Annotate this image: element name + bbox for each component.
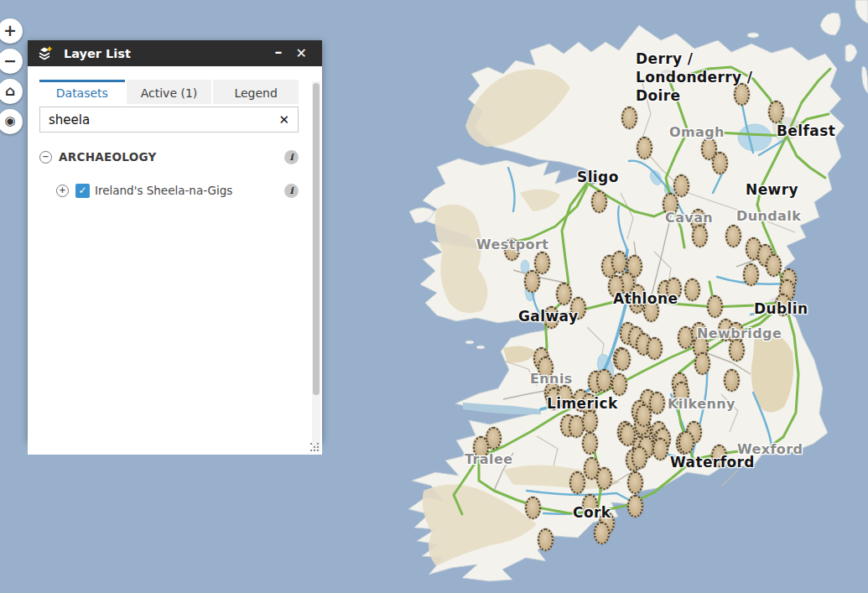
sheela-na-gig-marker[interactable] (615, 348, 631, 371)
sheela-na-gig-marker[interactable] (707, 295, 723, 318)
sheela-na-gig-marker[interactable] (525, 497, 541, 519)
sheela-na-gig-marker[interactable] (632, 446, 647, 469)
tab-active-1[interactable]: Active (1) (127, 80, 212, 104)
scrollbar-thumb[interactable] (313, 83, 320, 395)
sheela-na-gig-marker[interactable] (611, 251, 627, 273)
map-label-belfast: Belfast (777, 122, 835, 141)
layer-row-ireland-s-sheela-na-gigs: +✓Ireland's Sheela-na-Gigsi (39, 179, 299, 201)
map-label-newbridge: Newbridge (697, 325, 782, 342)
map-label-newry: Newry (746, 181, 798, 200)
map-label-galway: Galway (518, 308, 578, 326)
sheela-na-gig-marker[interactable] (647, 337, 663, 360)
sheela-na-gig-marker[interactable] (724, 369, 740, 392)
sheela-na-gig-marker[interactable] (768, 101, 784, 123)
group-row-archaeology: −ARCHAEOLOGYi (39, 146, 299, 168)
locate-icon: ◉ (4, 113, 15, 128)
map-label-kilkenny: Kilkenny (668, 396, 735, 413)
sheela-na-gig-marker[interactable] (694, 352, 710, 375)
map-label-omagh: Omagh (669, 124, 725, 141)
sheela-na-gig-marker[interactable] (652, 438, 668, 460)
map-label-ennis: Ennis (530, 371, 573, 388)
map-label-sligo: Sligo (577, 169, 619, 187)
info-icon[interactable]: i (284, 150, 299, 164)
sheela-na-gig-marker[interactable] (725, 225, 741, 247)
layer-label: Ireland's Sheela-na-Gigs (95, 184, 284, 197)
layer-list-panel: Layer List – ✕ DatasetsActive (1)Legend … (28, 40, 322, 441)
group-label: ARCHAEOLOGY (59, 150, 284, 164)
sheela-na-gig-marker[interactable] (620, 424, 636, 446)
sheela-na-gig-marker[interactable] (673, 174, 689, 197)
sheela-na-gig-marker[interactable] (596, 369, 612, 392)
tab-bar: DatasetsActive (1)Legend (39, 80, 299, 104)
sheela-na-gig-marker[interactable] (534, 252, 550, 274)
tab-datasets[interactable]: Datasets (39, 80, 125, 104)
sheela-na-gig-marker[interactable] (611, 373, 627, 396)
home-icon: ⌂ (5, 82, 15, 99)
search-input[interactable] (40, 112, 270, 127)
map-label-derry: Derry / Londonderry / Doire (636, 50, 752, 105)
sheela-na-gig-marker[interactable] (678, 431, 694, 454)
minimize-button[interactable]: – (268, 44, 289, 60)
clear-search-icon[interactable]: ✕ (270, 112, 298, 127)
search-box: ✕ (39, 107, 299, 133)
sheela-na-gig-marker[interactable] (627, 471, 643, 494)
sheela-na-gig-marker[interactable] (692, 225, 708, 247)
sheela-na-gig-marker[interactable] (684, 278, 700, 301)
collapse-group-icon[interactable]: − (39, 151, 52, 164)
sheela-na-gig-marker[interactable] (594, 522, 610, 544)
sheela-na-gig-marker[interactable] (637, 137, 652, 159)
sheela-na-gig-marker[interactable] (538, 528, 554, 551)
layer-group-list: −ARCHAEOLOGYi+✓Ireland's Sheela-na-Gigsi (39, 146, 299, 201)
tab-legend[interactable]: Legend (213, 80, 299, 104)
sheela-na-gig-marker[interactable] (556, 283, 572, 305)
sheela-na-gig-marker[interactable] (743, 263, 759, 286)
layers-icon (36, 45, 53, 62)
sheela-na-gig-marker[interactable] (712, 152, 728, 174)
map-label-westport: Westport (476, 237, 548, 253)
sheela-na-gig-marker[interactable] (591, 190, 607, 213)
panel-scrollbar[interactable] (312, 81, 320, 451)
map-label-limerick: Limerick (547, 395, 618, 414)
map-label-athlone: Athlone (613, 290, 678, 309)
sheela-na-gig-marker[interactable] (524, 270, 540, 293)
map-label-cork: Cork (573, 504, 611, 523)
layer-checkbox[interactable]: ✓ (75, 184, 90, 198)
sheela-na-gig-marker[interactable] (596, 467, 612, 490)
zoom-out-icon: − (3, 51, 17, 70)
map-label-dundalk: Dundalk (736, 208, 801, 225)
map-label-waterford: Waterford (670, 454, 755, 472)
map-label-cavan: Cavan (665, 210, 713, 226)
sheela-na-gig-marker[interactable] (582, 432, 598, 455)
sheela-na-gig-marker[interactable] (621, 107, 637, 129)
sheela-na-gig-marker[interactable] (636, 404, 652, 427)
panel-resize-handle[interactable] (310, 443, 320, 453)
sheela-na-gig-marker[interactable] (766, 254, 782, 277)
map-label-dublin: Dublin (754, 300, 808, 319)
map-label-tralee: Tralee (465, 451, 512, 468)
panel-body: DatasetsActive (1)Legend ✕ −ARCHAEOLOGYi… (28, 80, 322, 455)
sheela-na-gig-marker[interactable] (649, 392, 665, 414)
sheela-na-gig-marker[interactable] (569, 471, 585, 494)
info-icon[interactable]: i (284, 184, 299, 198)
zoom-in-icon: + (3, 21, 17, 39)
panel-header[interactable]: Layer List – ✕ (28, 40, 322, 66)
expand-layer-icon[interactable]: + (56, 185, 69, 197)
sheela-na-gig-marker[interactable] (627, 495, 643, 518)
panel-title: Layer List (64, 47, 268, 60)
close-button[interactable]: ✕ (289, 47, 314, 60)
